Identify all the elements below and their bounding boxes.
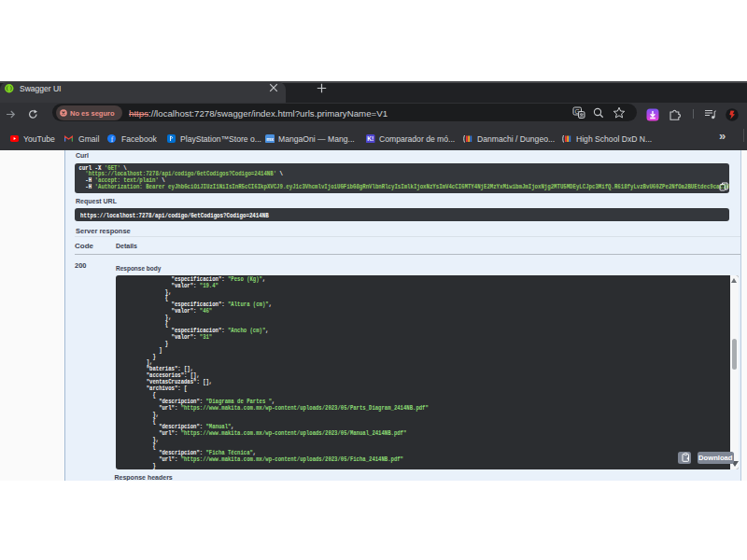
svg-text:K!: K! — [367, 135, 374, 142]
svg-text:mx: mx — [266, 136, 275, 142]
